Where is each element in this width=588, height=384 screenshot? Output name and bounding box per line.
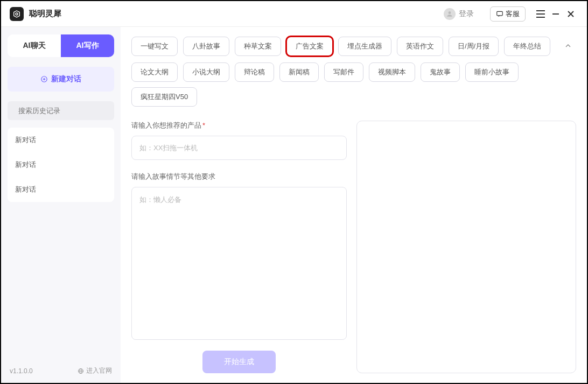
globe-icon [78,368,84,374]
customer-service-button[interactable]: 客服 [490,6,526,22]
menu-icon [536,10,545,18]
close-icon [566,10,575,18]
search-input[interactable] [18,107,109,115]
template-pill[interactable]: 小说大纲 [183,62,229,82]
official-site-link[interactable]: 进入官网 [78,366,112,375]
template-row-1: 一键写文八卦故事种草文案广告文案埋点生成器英语作文日/周/月报年终总结 [131,37,555,56]
input-column: 请输入你想推荐的产品* 请输入故事情节等其他要求 开始生成 [131,121,347,373]
mode-chat-tab[interactable]: AI聊天 [8,34,61,57]
product-label: 请输入你想推荐的产品* [131,121,347,130]
template-pill[interactable]: 写邮件 [324,62,363,82]
titlebar: 聪明灵犀 登录 客服 [1,1,587,27]
template-pill[interactable]: 论文大纲 [131,62,178,82]
product-input[interactable] [131,136,347,160]
template-pill[interactable]: 疯狂星期四V50 [131,87,197,107]
template-pill[interactable]: 英语作文 [397,37,443,56]
svg-rect-3 [497,11,503,16]
new-chat-button[interactable]: 新建对话 [8,67,114,92]
content-row: 请输入你想推荐的产品* 请输入故事情节等其他要求 开始生成 [131,121,576,373]
chat-item[interactable]: 新对话 [8,152,114,177]
generate-button[interactable]: 开始生成 [202,351,276,373]
svg-point-2 [449,11,451,14]
sidebar-footer: v1.1.0.0 进入官网 [8,363,114,379]
detail-textarea[interactable] [131,187,347,340]
template-pill[interactable]: 鬼故事 [421,62,460,82]
minimize-icon [551,10,560,18]
app-logo [10,7,24,21]
login-label: 登录 [459,9,474,19]
template-pill[interactable]: 埋点生成器 [338,37,391,56]
close-button[interactable] [563,6,578,22]
cs-label: 客服 [506,9,520,19]
template-pill[interactable]: 一键写文 [131,37,178,56]
main: 一键写文八卦故事种草文案广告文案埋点生成器英语作文日/周/月报年终总结 论文大纲… [121,27,587,383]
template-pill[interactable]: 广告文案 [286,37,333,56]
template-pill[interactable]: 辩论稿 [235,62,274,82]
template-pill[interactable]: 种草文案 [235,37,281,56]
svg-point-1 [16,13,18,15]
chat-icon [496,10,503,18]
plus-icon [40,75,48,83]
output-panel [356,121,576,373]
chevron-up-icon [564,41,572,50]
template-pill[interactable]: 日/周/月报 [449,37,499,56]
search-box[interactable] [8,101,114,120]
login-area[interactable]: 登录 [444,8,474,20]
avatar-placeholder-icon [444,8,456,20]
official-site-label: 进入官网 [86,366,112,375]
detail-label: 请输入故事情节等其他要求 [131,172,347,181]
svg-marker-0 [14,11,20,17]
version-label: v1.1.0.0 [10,367,33,375]
mode-write-tab[interactable]: AI写作 [61,34,114,57]
collapse-button[interactable] [560,38,576,54]
template-row-2: 论文大纲小说大纲辩论稿新闻稿写邮件视频脚本鬼故事睡前小故事疯狂星期四V50 [131,62,555,107]
chat-item[interactable]: 新对话 [8,128,114,152]
template-pill[interactable]: 年终总结 [504,37,550,56]
new-chat-label: 新建对话 [51,74,81,84]
chat-item[interactable]: 新对话 [8,177,114,202]
app-title: 聪明灵犀 [29,9,61,19]
template-bar: 一键写文八卦故事种草文案广告文案埋点生成器英语作文日/周/月报年终总结 论文大纲… [131,37,576,107]
template-pill[interactable]: 新闻稿 [279,62,319,82]
minimize-button[interactable] [548,6,563,22]
mode-toggle: AI聊天 AI写作 [8,34,114,57]
template-pill[interactable]: 睡前小故事 [465,62,519,82]
template-pill[interactable]: 视频脚本 [369,62,415,82]
sidebar: AI聊天 AI写作 新建对话 新对话 新对话 新对话 v1.1.0.0 进入官网 [1,27,121,383]
template-pill[interactable]: 八卦故事 [183,37,229,56]
chat-list: 新对话 新对话 新对话 [8,128,114,202]
menu-button[interactable] [533,6,548,22]
